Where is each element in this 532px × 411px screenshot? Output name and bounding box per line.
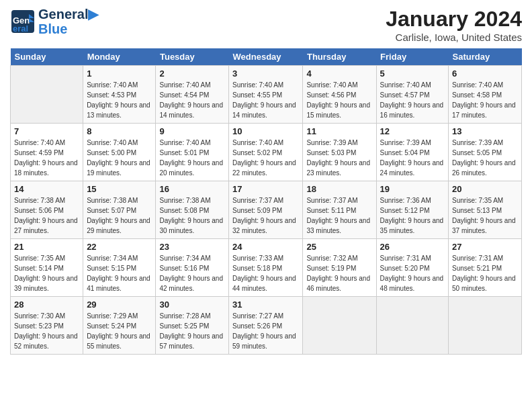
day-info: Sunrise: 7:38 AMSunset: 5:08 PMDaylight:…: [159, 195, 225, 236]
logo-text-line1: General▶: [38, 7, 98, 21]
day-number: 4: [306, 68, 372, 79]
day-info: Sunrise: 7:35 AMSunset: 5:13 PMDaylight:…: [452, 195, 518, 236]
day-info: Sunrise: 7:35 AMSunset: 5:14 PMDaylight:…: [14, 253, 79, 293]
calendar-cell: 17Sunrise: 7:37 AMSunset: 5:09 PMDayligh…: [229, 181, 303, 239]
day-number: 27: [452, 242, 518, 252]
logo-text-line2: Blue: [38, 21, 98, 36]
day-info: Sunrise: 7:40 AMSunset: 4:58 PMDaylight:…: [452, 80, 518, 120]
header-row: SundayMondayTuesdayWednesdayThursdayFrid…: [11, 48, 522, 66]
calendar-cell: 25Sunrise: 7:32 AMSunset: 5:19 PMDayligh…: [303, 239, 376, 297]
calendar-cell: [449, 297, 522, 355]
header: Gen eral General▶ Blue January 2024 Carl…: [10, 7, 522, 43]
day-number: 16: [159, 184, 225, 194]
calendar-cell: 3Sunrise: 7:40 AMSunset: 4:55 PMDaylight…: [229, 66, 303, 124]
day-number: 21: [14, 242, 79, 252]
calendar-cell: 28Sunrise: 7:30 AMSunset: 5:23 PMDayligh…: [11, 297, 83, 355]
calendar-cell: 21Sunrise: 7:35 AMSunset: 5:14 PMDayligh…: [11, 239, 83, 297]
calendar-cell: 11Sunrise: 7:39 AMSunset: 5:03 PMDayligh…: [303, 124, 376, 181]
week-row-0: 1Sunrise: 7:40 AMSunset: 4:53 PMDaylight…: [11, 66, 522, 124]
day-number: 18: [306, 184, 372, 194]
calendar-table: SundayMondayTuesdayWednesdayThursdayFrid…: [10, 48, 522, 355]
day-info: Sunrise: 7:32 AMSunset: 5:19 PMDaylight:…: [306, 253, 372, 293]
day-number: 3: [232, 68, 299, 79]
day-number: 26: [380, 242, 445, 252]
week-row-4: 28Sunrise: 7:30 AMSunset: 5:23 PMDayligh…: [11, 297, 522, 355]
calendar-cell: 2Sunrise: 7:40 AMSunset: 4:54 PMDaylight…: [156, 66, 229, 124]
calendar-cell: 8Sunrise: 7:40 AMSunset: 5:00 PMDaylight…: [83, 124, 156, 181]
day-info: Sunrise: 7:29 AMSunset: 5:24 PMDaylight:…: [87, 311, 152, 351]
header-day-tuesday: Tuesday: [156, 48, 229, 66]
calendar-cell: 7Sunrise: 7:40 AMSunset: 4:59 PMDaylight…: [11, 124, 83, 181]
day-number: 9: [159, 126, 225, 136]
day-info: Sunrise: 7:34 AMSunset: 5:16 PMDaylight:…: [159, 253, 225, 293]
header-day-saturday: Saturday: [449, 48, 522, 66]
calendar-cell: 26Sunrise: 7:31 AMSunset: 5:20 PMDayligh…: [376, 239, 448, 297]
calendar-cell: 27Sunrise: 7:31 AMSunset: 5:21 PMDayligh…: [449, 239, 522, 297]
week-row-3: 21Sunrise: 7:35 AMSunset: 5:14 PMDayligh…: [11, 239, 522, 297]
day-info: Sunrise: 7:31 AMSunset: 5:21 PMDaylight:…: [452, 253, 518, 293]
day-info: Sunrise: 7:40 AMSunset: 5:02 PMDaylight:…: [232, 138, 299, 178]
calendar-cell: 5Sunrise: 7:40 AMSunset: 4:57 PMDaylight…: [376, 66, 448, 124]
day-number: 11: [306, 126, 372, 136]
day-info: Sunrise: 7:36 AMSunset: 5:12 PMDaylight:…: [380, 195, 445, 236]
calendar-cell: 4Sunrise: 7:40 AMSunset: 4:56 PMDaylight…: [303, 66, 376, 124]
header-day-monday: Monday: [83, 48, 156, 66]
day-info: Sunrise: 7:33 AMSunset: 5:18 PMDaylight:…: [232, 253, 299, 293]
day-info: Sunrise: 7:40 AMSunset: 4:56 PMDaylight:…: [306, 80, 372, 120]
day-number: 31: [232, 300, 299, 310]
day-number: 20: [452, 184, 518, 194]
calendar-cell: 9Sunrise: 7:40 AMSunset: 5:01 PMDaylight…: [156, 124, 229, 181]
day-number: 8: [87, 126, 152, 136]
calendar-cell: 6Sunrise: 7:40 AMSunset: 4:58 PMDaylight…: [449, 66, 522, 124]
calendar-cell: [11, 66, 83, 124]
calendar-cell: 23Sunrise: 7:34 AMSunset: 5:16 PMDayligh…: [156, 239, 229, 297]
header-day-sunday: Sunday: [11, 48, 83, 66]
day-number: 13: [452, 126, 518, 136]
day-info: Sunrise: 7:38 AMSunset: 5:07 PMDaylight:…: [87, 195, 152, 236]
day-info: Sunrise: 7:37 AMSunset: 5:11 PMDaylight:…: [306, 195, 372, 236]
calendar-cell: [303, 297, 376, 355]
day-info: Sunrise: 7:39 AMSunset: 5:04 PMDaylight:…: [380, 138, 445, 178]
day-info: Sunrise: 7:39 AMSunset: 5:05 PMDaylight:…: [452, 138, 518, 178]
day-number: 24: [232, 242, 299, 252]
day-info: Sunrise: 7:40 AMSunset: 4:57 PMDaylight:…: [380, 80, 445, 120]
calendar-cell: 29Sunrise: 7:29 AMSunset: 5:24 PMDayligh…: [83, 297, 156, 355]
calendar-cell: 30Sunrise: 7:28 AMSunset: 5:25 PMDayligh…: [156, 297, 229, 355]
calendar-cell: 1Sunrise: 7:40 AMSunset: 4:53 PMDaylight…: [83, 66, 156, 124]
day-info: Sunrise: 7:40 AMSunset: 5:00 PMDaylight:…: [87, 138, 152, 178]
week-row-2: 14Sunrise: 7:38 AMSunset: 5:06 PMDayligh…: [11, 181, 522, 239]
day-number: 22: [87, 242, 152, 252]
day-number: 28: [14, 300, 79, 310]
calendar-cell: 20Sunrise: 7:35 AMSunset: 5:13 PMDayligh…: [449, 181, 522, 239]
calendar-cell: 16Sunrise: 7:38 AMSunset: 5:08 PMDayligh…: [156, 181, 229, 239]
day-info: Sunrise: 7:40 AMSunset: 5:01 PMDaylight:…: [159, 138, 225, 178]
header-day-wednesday: Wednesday: [229, 48, 303, 66]
day-number: 30: [159, 300, 225, 310]
day-number: 14: [14, 184, 79, 194]
location: Carlisle, Iowa, United States: [386, 32, 522, 43]
day-number: 25: [306, 242, 372, 252]
title-block: January 2024 Carlisle, Iowa, United Stat…: [386, 7, 522, 43]
day-info: Sunrise: 7:30 AMSunset: 5:23 PMDaylight:…: [14, 311, 79, 351]
day-info: Sunrise: 7:28 AMSunset: 5:25 PMDaylight:…: [159, 311, 225, 351]
day-info: Sunrise: 7:31 AMSunset: 5:20 PMDaylight:…: [380, 253, 445, 293]
day-number: 17: [232, 184, 299, 194]
day-info: Sunrise: 7:38 AMSunset: 5:06 PMDaylight:…: [14, 195, 79, 236]
day-number: 6: [452, 68, 518, 79]
calendar-cell: 12Sunrise: 7:39 AMSunset: 5:04 PMDayligh…: [376, 124, 448, 181]
day-info: Sunrise: 7:37 AMSunset: 5:09 PMDaylight:…: [232, 195, 299, 236]
day-number: 23: [159, 242, 225, 252]
day-info: Sunrise: 7:40 AMSunset: 4:53 PMDaylight:…: [87, 80, 152, 120]
calendar-cell: 14Sunrise: 7:38 AMSunset: 5:06 PMDayligh…: [11, 181, 83, 239]
day-info: Sunrise: 7:27 AMSunset: 5:26 PMDaylight:…: [232, 311, 299, 351]
header-day-thursday: Thursday: [303, 48, 376, 66]
calendar-cell: 13Sunrise: 7:39 AMSunset: 5:05 PMDayligh…: [449, 124, 522, 181]
day-number: 19: [380, 184, 445, 194]
logo-icon: Gen eral: [10, 9, 36, 34]
calendar-cell: [376, 297, 448, 355]
calendar-cell: 18Sunrise: 7:37 AMSunset: 5:11 PMDayligh…: [303, 181, 376, 239]
day-number: 12: [380, 126, 445, 136]
day-number: 7: [14, 126, 79, 136]
calendar-cell: 22Sunrise: 7:34 AMSunset: 5:15 PMDayligh…: [83, 239, 156, 297]
calendar-cell: 19Sunrise: 7:36 AMSunset: 5:12 PMDayligh…: [376, 181, 448, 239]
